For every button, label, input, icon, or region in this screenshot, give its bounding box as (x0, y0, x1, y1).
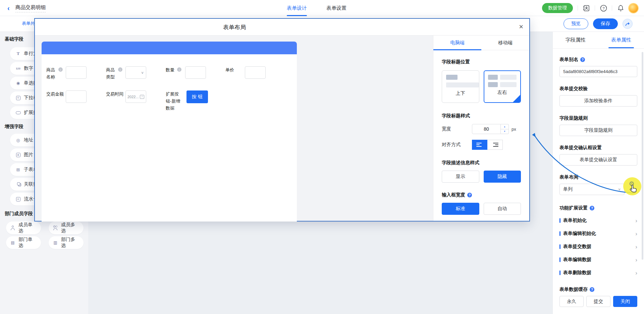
info-icon[interactable]: i (58, 67, 63, 72)
form-field-trade-time[interactable]: 交易时间 2022... 7 (106, 90, 124, 98)
tab-mobile[interactable]: 移动端 (481, 36, 529, 50)
help-icon[interactable]: ? (590, 206, 594, 210)
divider (578, 5, 578, 11)
info-icon[interactable]: i (177, 67, 181, 72)
field-visibility-label: 字段显隐规则 (559, 115, 637, 121)
help-icon[interactable]: ? (600, 4, 607, 12)
form-external-link[interactable]: 表单外链 (20, 20, 36, 26)
form-preview-card: 商品名称 i 商品类型 i ∨ 数量 i 单价 (42, 54, 297, 222)
extensions-label: 功能扩展设置? (559, 205, 637, 211)
help-icon[interactable]: ? (580, 57, 585, 62)
submit-confirm-label: 表单提交确认框设置 (559, 145, 637, 151)
ext-form-edit-init[interactable]: 表单编辑初始化› (559, 230, 637, 237)
add-validation-button[interactable]: 添加校验条件 (559, 95, 637, 107)
info-icon[interactable]: i (118, 67, 122, 72)
text-input[interactable] (66, 90, 87, 103)
width-stepper[interactable]: ▲▼ (501, 124, 509, 134)
label-position-left-right[interactable]: 左右 (484, 70, 521, 103)
modal-header: 表单布局 × (35, 19, 529, 36)
divider (595, 5, 595, 11)
preview-button[interactable]: 预览 (564, 18, 588, 29)
panel-scrollbar[interactable] (642, 52, 643, 260)
desc-hide-button[interactable]: 隐藏 (484, 171, 521, 183)
main-tabs: 表单设计 表单设置 (287, 0, 346, 16)
text-input[interactable] (185, 66, 206, 79)
layout-settings-gear-button[interactable]: ⚙ (627, 184, 637, 195)
number-icon: 123 (15, 66, 21, 71)
data-manage-button[interactable]: 数据管理 (542, 3, 573, 13)
back-icon[interactable]: ‹ (7, 4, 10, 12)
blue-bar (559, 257, 560, 262)
form-field-product-type[interactable]: 商品类型 i ∨ (106, 66, 116, 80)
form-field-extend-button[interactable]: 扩展按钮-新增数据 按 钮 (166, 90, 181, 112)
svg-text:?: ? (602, 6, 604, 10)
form-field-product-name[interactable]: 商品名称 i (46, 66, 56, 80)
select-input[interactable]: ∨ (125, 66, 146, 79)
help-icon[interactable]: ? (467, 193, 472, 197)
share-button[interactable] (623, 19, 633, 29)
label-position-top-bottom[interactable]: 上下 (442, 70, 479, 103)
group-title-enhanced: 增强字段 (5, 124, 23, 130)
ext-form-submit-data[interactable]: 表单提交数据› (559, 243, 637, 250)
align-left-button[interactable] (472, 140, 487, 150)
width-label: 宽度 (442, 126, 472, 132)
field-visibility-button[interactable]: 字段显隐规则 (559, 125, 637, 136)
field-item-dept-single[interactable]: ▤ 部门单选 (6, 236, 41, 249)
department-icon: ▤ (10, 240, 15, 245)
field-item-dept-multi[interactable]: ▥ 部门多选 (49, 236, 84, 249)
cache-close-button[interactable]: 关闭 (613, 296, 637, 307)
text-icon: T (15, 51, 21, 56)
page-title[interactable]: 商品交易明细 (15, 4, 46, 12)
cache-permanent-button[interactable]: 永久 (559, 296, 584, 307)
close-icon[interactable]: × (519, 23, 523, 31)
step-down-icon[interactable]: ▼ (501, 129, 508, 134)
tab-form-properties[interactable]: 表单属性 (598, 32, 644, 48)
group-title-members: 部门成员字段 (5, 211, 33, 217)
form-field-quantity[interactable]: 数量 i (166, 66, 176, 73)
radio-icon: ◉ (15, 80, 21, 86)
width-value-input[interactable]: 80 (472, 124, 501, 134)
tab-form-design[interactable]: 表单设计 (287, 0, 307, 16)
desc-show-button[interactable]: 显示 (442, 171, 479, 183)
tab-desktop[interactable]: 电脑端 (433, 36, 481, 50)
input-width-auto-button[interactable]: 自动 (484, 203, 521, 215)
form-field-unit-price[interactable]: 单价 (225, 66, 235, 73)
form-alias-input[interactable]: 5adaf80802a6f80f3e44d6c3 (559, 66, 637, 77)
notification-bell-icon[interactable] (617, 4, 624, 12)
text-input[interactable] (66, 66, 87, 79)
save-button[interactable]: 保存 (593, 18, 618, 29)
person-icon (10, 225, 15, 231)
modal-title: 表单布局 (35, 23, 434, 31)
label-style-title: 字段标题样式 (442, 113, 521, 119)
form-header-banner (42, 42, 297, 54)
tab-form-settings[interactable]: 表单设置 (326, 0, 346, 16)
form-preview-area: 商品名称 i 商品类型 i ∨ 数量 i 单价 (35, 36, 433, 221)
properties-tabs: 字段属性 表单属性 (553, 32, 644, 49)
tab-field-properties[interactable]: 字段属性 (553, 32, 598, 48)
submit-confirm-button[interactable]: 表单提交确认设置 (559, 154, 637, 166)
top-bar: ‹ 商品交易明细 表单设计 表单设置 数据管理 ? (0, 0, 644, 16)
chevron-right-icon: › (635, 244, 637, 250)
form-field-trade-amount[interactable]: 交易金额 (46, 90, 64, 98)
align-right-button[interactable] (487, 140, 503, 150)
extend-action-button[interactable]: 按 钮 (186, 90, 208, 103)
field-item-member-multi[interactable]: 成员多选 (49, 222, 84, 234)
ext-form-init[interactable]: 表单初始化› (559, 217, 637, 224)
chevron-down-icon: ∨ (618, 187, 621, 191)
share-arrow-icon (625, 21, 630, 26)
date-input[interactable]: 2022... 7 (125, 90, 146, 103)
form-layout-select[interactable]: 单列 ∨ (559, 184, 625, 195)
input-width-title: 输入框宽度? (442, 192, 521, 198)
step-up-icon[interactable]: ▲ (501, 124, 508, 129)
form-layout-modal: 表单布局 × 商品名称 i 商品类型 i ∨ 数量 i (34, 18, 530, 222)
address-book-icon[interactable] (583, 4, 590, 12)
help-icon[interactable]: ? (590, 287, 594, 292)
text-input[interactable] (245, 66, 266, 79)
avatar[interactable] (629, 4, 638, 13)
input-width-standard-button[interactable]: 标准 (442, 203, 479, 215)
location-pin-icon: ◎ (15, 137, 21, 143)
ext-form-delete-data[interactable]: 表单删除数据› (559, 269, 637, 276)
ext-form-edit-data[interactable]: 表单编辑数据› (559, 256, 637, 263)
cache-submit-button[interactable]: 提交 (586, 296, 610, 307)
field-item-member-single[interactable]: 成员单选 (6, 222, 41, 234)
